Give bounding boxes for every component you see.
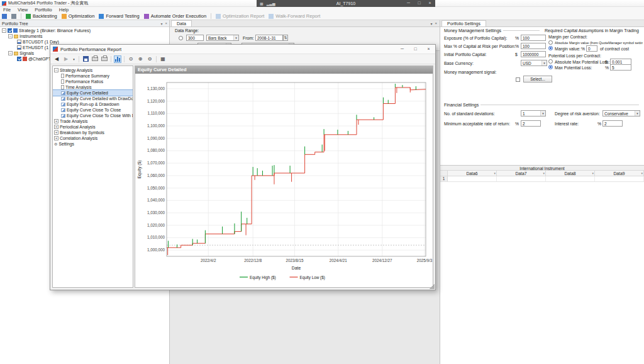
table-cell[interactable] [595,176,644,181]
mm-signal-checkbox[interactable] [516,77,520,82]
filter-icon[interactable]: ▾ [641,171,643,176]
from-date-input[interactable] [255,35,283,41]
filter-icon[interactable]: ▾ [494,171,496,176]
report-tree-item-equity-close-to-close[interactable]: Equity Curve Close To Close [53,107,133,113]
row-number[interactable]: 1 [440,176,448,181]
new-workspace-icon[interactable] [2,14,7,19]
close-icon[interactable]: × [435,21,437,26]
back-icon[interactable]: ◀ [53,55,60,63]
menu-portfolio[interactable]: Portfolio [35,7,52,13]
report-tree-item-equity-curve-drawdown[interactable]: Equity Curve Detailed with DrawDown [53,96,133,101]
save-icon[interactable] [82,55,89,63]
forward-icon[interactable]: ▶ [62,55,70,63]
optimization-button[interactable]: Optimization [62,13,95,19]
margin-value-radio[interactable] [548,46,553,50]
bars-mode-select[interactable]: Bars Back ▾ [206,35,239,41]
panel-close-icon[interactable]: × [165,21,167,26]
zoom-in-icon[interactable]: ⊕ [136,55,144,63]
filter-icon[interactable]: ▾ [592,171,594,176]
exposure-input[interactable] [521,35,546,41]
print-icon[interactable] [91,55,99,63]
collapse-icon[interactable]: − [8,34,13,38]
table-cell[interactable] [497,176,546,181]
table-cell[interactable] [546,176,595,181]
history-caret-icon[interactable]: ▾ [72,55,76,63]
expand-icon[interactable]: + [54,119,58,123]
table-row[interactable]: 1 [440,176,644,182]
menu-file[interactable]: File [3,7,11,13]
filter-icon[interactable]: ▾ [543,171,545,176]
report-tree-item-breakdown-by-symbols[interactable]: + Breakdown by Symbols [53,130,133,135]
tab-portfolio-settings[interactable]: Portfolio Settings [441,20,486,26]
remote-close-button[interactable]: × [425,0,435,7]
risk-aversion-select[interactable]: Conservative ▾ [602,110,640,117]
absolute-loss-radio[interactable] [548,59,553,64]
report-close-button[interactable]: × [422,45,435,54]
forward-testing-button[interactable]: Forward Testing [99,13,139,19]
column-header-data9[interactable]: Data9 ▾ [595,171,644,176]
collapse-icon[interactable]: − [54,68,58,72]
date-spinner[interactable]: ⇅ [283,35,288,41]
report-tree-item-performance-summary[interactable]: Performance Summary [53,73,133,79]
print-glyph [92,57,98,61]
report-tree-item-equity-close-to-close-drawdown[interactable]: Equity Curve Close To Close With Drawdow… [53,113,133,118]
tree-item-strategy[interactable]: − Strategy 1 (Broker: Binance Futures) [0,28,169,33]
zoom-out-icon[interactable]: ⊖ [146,55,153,63]
report-tree-item-strategy-analysis[interactable]: − Strategy Analysis [53,67,133,73]
expand-icon[interactable]: + [54,136,58,140]
menu-view[interactable]: View [18,7,28,13]
report-tree-item-correlation-analysis[interactable]: + Correlation Analysis [53,135,133,141]
collapse-icon[interactable]: − [2,28,6,33]
strategy-checkbox[interactable] [8,28,12,33]
base-currency-select[interactable]: USD ▾ [521,60,547,66]
report-tree-item-performance-ratios[interactable]: Performance Ratios [53,79,133,84]
zoom-icon[interactable]: ⊙ [127,55,135,63]
report-tree-item-time-analysis[interactable]: Time Analysis [53,84,133,90]
backtesting-button[interactable]: Backtesting [26,13,57,19]
margin-value-input[interactable] [586,45,597,52]
walk-forward-report-button[interactable]: Walk-Forward Report [269,13,320,19]
report-tree-item-equity-runup-drawdown[interactable]: Equity Run-up & Drawdown [53,101,133,107]
chevron-down-icon[interactable]: ▾ [430,21,432,26]
report-tree-item-periodical-analysis[interactable]: + Periodical Analysis [53,124,133,130]
absolute-margin-radio[interactable] [548,40,553,45]
expand-icon[interactable]: + [54,125,58,129]
column-header-data8[interactable]: Data8 ▾ [546,171,595,176]
report-tree-item-trade-analysis[interactable]: + Trade Analysis [53,118,133,124]
table-cell[interactable] [448,176,497,181]
stddev-select[interactable]: 1 ▾ [521,110,546,117]
min-return-input[interactable] [521,120,541,127]
report-titlebar[interactable]: Portfolio Performance Report ─ □ × [50,45,435,54]
report-maximize-button[interactable]: □ [409,45,422,54]
signal-checkbox[interactable] [17,57,21,61]
bars-back-count-input[interactable] [186,35,204,41]
max-loss-radio[interactable] [548,65,553,69]
collapse-icon[interactable]: − [8,51,13,55]
max-loss-input[interactable] [610,64,631,71]
export-icon[interactable]: ▦ [159,55,167,63]
column-header-data6[interactable]: Data6 ▾ [448,171,497,176]
chart-view-icon[interactable] [114,55,121,63]
column-header-data7[interactable]: Data7 ▾ [497,171,546,176]
optimization-report-button[interactable]: Optimization Report [216,13,264,19]
tree-item-btcusdt[interactable]: BTCUSDT (1 Day) [0,39,169,44]
risk-per-position-input[interactable] [521,43,546,49]
resize-grip[interactable] [430,284,435,289]
menu-help[interactable]: Help [59,7,69,13]
remote-restore-button[interactable]: □ [414,0,425,7]
bars-back-radio[interactable] [179,36,183,40]
remote-minimize-button[interactable]: ─ [403,0,414,7]
automate-order-execution-button[interactable]: Automate Order Execution [144,13,206,19]
report-tree-item-equity-curve-detailed[interactable]: Equity Curve Detailed [53,90,133,96]
interest-rate-input[interactable] [602,120,623,127]
tab-data[interactable]: Data [171,20,192,26]
save-workspace-icon[interactable] [11,14,16,19]
tree-item-instruments[interactable]: − Instruments [0,33,169,38]
panel-pin-icon[interactable]: ▾ [160,21,162,26]
report-minimize-button[interactable]: ─ [396,45,409,54]
report-tree-item-settings[interactable]: ⚙ Settings [53,141,133,147]
print-preview-icon[interactable] [101,55,108,63]
initial-capital-input[interactable] [521,51,546,57]
mm-signal-select-button[interactable]: Select... [523,76,552,82]
expand-icon[interactable]: + [54,130,58,135]
